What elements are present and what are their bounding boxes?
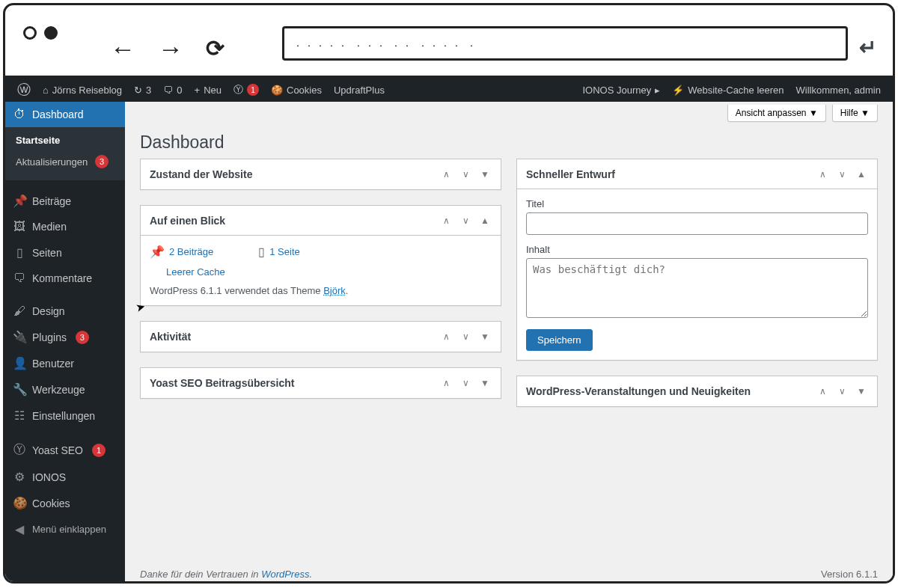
sidebar-item-kommentare[interactable]: 🗨 Kommentare [5,266,125,291]
plugin-icon: 🔌 [13,330,26,344]
page-icon: ▯ [258,245,265,259]
empty-cache-link[interactable]: Leerer Cache [166,266,492,278]
gear-icon: ⚙ [13,470,26,484]
reload-icon[interactable]: ⟳ [206,35,224,61]
footer-text: Danke für dein Vertrauen in [140,569,261,580]
move-up-icon[interactable]: ∧ [439,378,453,388]
ionos-journey-label: IONOS Journey [582,85,651,96]
toggle-icon[interactable]: ▲ [478,215,492,226]
updraft-adminbar[interactable]: UpdraftPlus [328,78,391,102]
comments-link[interactable]: 🗨 0 [157,78,188,102]
sidebar-item-ionos[interactable]: ⚙ IONOS [5,464,125,490]
glance-text: WordPress 6.1.1 verwendet das Theme [150,285,323,296]
help-button[interactable]: Hilfe ▼ [832,105,878,122]
comments-count: 0 [177,85,182,96]
move-down-icon[interactable]: ∨ [835,386,849,396]
cookies-adminbar[interactable]: 🍪 Cookies [265,78,328,102]
brush-icon: 🖌 [13,304,26,318]
window-dot[interactable] [44,26,58,40]
glance-pages-link[interactable]: ▯ 1 Seite [258,245,299,259]
sidebar-item-label: Plugins [32,331,67,343]
url-bar[interactable]: ﹒﹒﹒﹒﹒ ﹒﹒﹒ ﹒﹒ ﹒﹒﹒﹒ ﹒ [282,26,848,61]
sidebar-item-design[interactable]: 🖌 Design [5,298,125,324]
toggle-icon[interactable]: ▼ [478,378,492,388]
sidebar-item-medien[interactable]: 🖼 Medien [5,214,125,239]
site-name-link[interactable]: ⌂ Jörns Reiseblog [37,78,128,102]
move-down-icon[interactable]: ∨ [459,169,472,180]
wordpress-link[interactable]: WordPress [261,569,309,580]
move-down-icon[interactable]: ∨ [459,378,472,388]
move-down-icon[interactable]: ∨ [835,169,849,180]
toggle-icon[interactable]: ▲ [855,169,868,180]
sidebar-item-label: Benutzer [32,358,74,370]
sidebar-item-einstellungen[interactable]: ☷ Einstellungen [5,402,125,429]
save-draft-button[interactable]: Speichern [526,329,593,351]
move-up-icon[interactable]: ∧ [439,331,453,342]
glance-posts-link[interactable]: 📌 2 Beiträge [150,245,213,259]
toggle-icon[interactable]: ▼ [478,169,492,180]
sidebar-item-label: IONOS [32,471,66,483]
ionos-journey-link[interactable]: IONOS Journey ▸ [576,78,666,102]
move-down-icon[interactable]: ∨ [459,331,472,342]
move-up-icon[interactable]: ∧ [816,386,829,396]
collapse-icon: ◀ [13,522,26,536]
draft-title-input[interactable] [526,212,868,235]
move-up-icon[interactable]: ∧ [816,169,829,180]
sidebar-item-label: Werkzeuge [32,384,85,396]
collapse-menu[interactable]: ◀ Menü einklappen [5,516,125,542]
screen-options-button[interactable]: Ansicht anpassen ▼ [727,105,826,122]
theme-link[interactable]: Björk [323,285,346,296]
sidebar-item-seiten[interactable]: ▯ Seiten [5,239,125,266]
postbox-activity: Aktivität ∧ ∨ ▼ [140,321,501,352]
toggle-icon[interactable]: ▼ [855,386,868,396]
welcome-label: Willkommen, admin [796,85,881,96]
new-link[interactable]: + Neu [189,78,227,102]
move-up-icon[interactable]: ∧ [439,169,453,180]
draft-content-textarea[interactable] [526,258,868,318]
sliders-icon: ☷ [13,408,26,423]
comment-icon: 🗨 [163,85,173,96]
sidebar-subitem-startseite[interactable]: Startseite [5,130,125,150]
updraft-label: UpdraftPlus [334,85,385,96]
page-title: Dashboard [140,122,878,159]
media-icon: 🖼 [13,220,26,233]
yoast-badge: 1 [247,84,259,96]
new-label: Neu [204,85,222,96]
sidebar-item-yoast[interactable]: Ⓨ Yoast SEO 1 [5,436,125,464]
toggle-icon[interactable]: ▼ [478,331,492,342]
sidebar-item-label: Startseite [16,135,60,146]
sidebar-item-beitraege[interactable]: 📌 Beiträge [5,188,125,214]
window-dot[interactable] [23,26,37,40]
content-label: Inhalt [526,244,868,255]
sidebar-item-cookies[interactable]: 🍪 Cookies [5,490,125,516]
sidebar-item-werkzeuge[interactable]: 🔧 Werkzeuge [5,376,125,402]
sidebar-item-benutzer[interactable]: 👤 Benutzer [5,350,125,376]
postbox-yoast-overview: Yoast SEO Beitragsübersicht ∧ ∨ ▼ [140,367,501,399]
cache-clear-link[interactable]: ⚡ Website-Cache leeren [666,78,789,102]
user-icon: 👤 [13,356,26,370]
updates-link[interactable]: ↻ 3 [128,78,157,102]
postbox-title: Yoast SEO Beitragsübersicht [150,377,294,389]
move-down-icon[interactable]: ∨ [459,215,472,226]
plus-icon: + [195,85,201,96]
enter-icon[interactable]: ↵ [859,35,876,60]
sidebar-item-label: Medien [32,221,67,233]
dashboard-icon: ⏱ [13,108,26,121]
yoast-badge: 1 [92,444,106,457]
glance-posts-label: 2 Beiträge [169,246,213,257]
postbox-title: Zustand der Website [150,168,252,180]
help-label: Hilfe [840,108,858,118]
yoast-adminbar[interactable]: Ⓨ 1 [227,78,265,102]
sidebar-subitem-aktualisierungen[interactable]: Aktualisierungen 3 [5,150,125,173]
sidebar-item-label: Dashboard [32,108,84,120]
sidebar-item-dashboard[interactable]: ⏱ Dashboard [5,102,125,127]
back-arrow-icon[interactable]: ← [110,36,135,61]
postbox-title: Aktivität [150,331,191,343]
postbox-at-a-glance: Auf einen Blick ∧ ∨ ▲ 📌 [140,205,501,306]
welcome-link[interactable]: Willkommen, admin [790,78,887,102]
sidebar-item-plugins[interactable]: 🔌 Plugins 3 [5,324,125,350]
wp-logo[interactable]: ⓦ [11,78,37,102]
content-area: Ansicht anpassen ▼ Hilfe ▼ Dashboard Zus… [125,102,893,581]
move-up-icon[interactable]: ∧ [439,215,453,226]
forward-arrow-icon[interactable]: → [158,36,183,61]
